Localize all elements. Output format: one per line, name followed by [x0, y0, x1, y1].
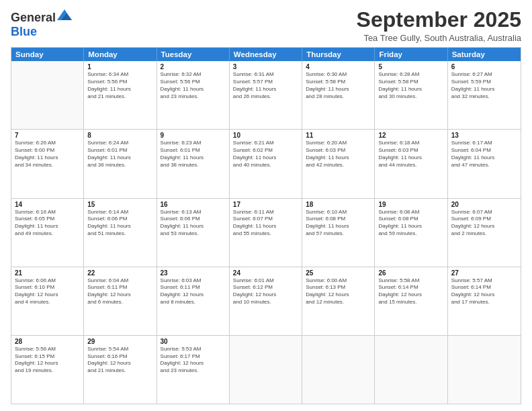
day-number: 28 [15, 338, 80, 345]
title-section: September 2025 Tea Tree Gully, South Aus… [357, 8, 521, 43]
calendar-body: 1Sunrise: 6:34 AMSunset: 5:56 PMDaylight… [11, 61, 521, 404]
empty-cell-4-5 [375, 336, 447, 404]
day-number: 14 [15, 201, 80, 208]
day-cell-4: 4Sunrise: 6:30 AMSunset: 5:58 PMDaylight… [302, 61, 375, 129]
day-cell-19: 19Sunrise: 6:08 AMSunset: 6:08 PMDayligh… [375, 199, 447, 267]
day-info: Sunrise: 6:18 AMSunset: 6:03 PMDaylight:… [378, 140, 443, 169]
day-info: Sunrise: 6:31 AMSunset: 5:57 PMDaylight:… [233, 71, 298, 100]
day-number: 19 [378, 201, 443, 208]
day-number: 25 [306, 269, 371, 277]
day-info: Sunrise: 5:53 AMSunset: 6:17 PMDaylight:… [161, 346, 226, 375]
day-cell-3: 3Sunrise: 6:31 AMSunset: 5:57 PMDaylight… [230, 61, 302, 129]
day-number: 6 [451, 63, 517, 71]
header: General Blue September 2025 Tea Tree Gul… [11, 8, 521, 43]
day-info: Sunrise: 6:01 AMSunset: 6:12 PMDaylight:… [233, 277, 298, 306]
day-number: 24 [233, 269, 298, 277]
day-info: Sunrise: 6:28 AMSunset: 5:58 PMDaylight:… [378, 71, 443, 100]
calendar: SundayMondayTuesdayWednesdayThursdayFrid… [11, 47, 521, 404]
day-number: 27 [451, 269, 517, 277]
day-number: 18 [306, 201, 371, 208]
day-info: Sunrise: 6:00 AMSunset: 6:13 PMDaylight:… [306, 277, 371, 306]
day-info: Sunrise: 6:30 AMSunset: 5:58 PMDaylight:… [306, 71, 371, 100]
day-cell-14: 14Sunrise: 6:16 AMSunset: 6:05 PMDayligh… [11, 199, 84, 267]
day-cell-21: 21Sunrise: 6:06 AMSunset: 6:10 PMDayligh… [11, 267, 84, 335]
day-cell-30: 30Sunrise: 5:53 AMSunset: 6:17 PMDayligh… [157, 336, 230, 404]
header-day-tuesday: Tuesday [157, 48, 230, 61]
day-cell-27: 27Sunrise: 5:57 AMSunset: 6:14 PMDayligh… [448, 267, 521, 335]
day-info: Sunrise: 5:58 AMSunset: 6:14 PMDaylight:… [378, 277, 443, 306]
day-cell-12: 12Sunrise: 6:18 AMSunset: 6:03 PMDayligh… [375, 130, 447, 197]
day-cell-15: 15Sunrise: 6:14 AMSunset: 6:06 PMDayligh… [84, 199, 157, 267]
day-cell-1: 1Sunrise: 6:34 AMSunset: 5:56 PMDaylight… [84, 61, 157, 129]
page: General Blue September 2025 Tea Tree Gul… [0, 0, 532, 411]
day-cell-18: 18Sunrise: 6:10 AMSunset: 6:08 PMDayligh… [302, 199, 375, 267]
day-number: 12 [378, 132, 443, 139]
day-info: Sunrise: 6:13 AMSunset: 6:06 PMDaylight:… [161, 209, 226, 238]
day-number: 29 [87, 338, 152, 345]
day-info: Sunrise: 6:32 AMSunset: 5:56 PMDaylight:… [161, 71, 226, 100]
header-day-thursday: Thursday [302, 48, 375, 61]
day-cell-2: 2Sunrise: 6:32 AMSunset: 5:56 PMDaylight… [157, 61, 230, 129]
day-number: 10 [233, 132, 298, 139]
logo-text: General [11, 11, 72, 25]
day-number: 15 [87, 201, 152, 208]
day-number: 7 [15, 132, 80, 139]
empty-cell-4-3 [230, 336, 302, 404]
day-cell-22: 22Sunrise: 6:04 AMSunset: 6:11 PMDayligh… [84, 267, 157, 335]
day-cell-28: 28Sunrise: 5:56 AMSunset: 6:15 PMDayligh… [11, 336, 84, 404]
day-number: 17 [233, 201, 298, 208]
day-info: Sunrise: 6:26 AMSunset: 6:00 PMDaylight:… [15, 140, 80, 169]
day-info: Sunrise: 5:54 AMSunset: 6:16 PMDaylight:… [87, 346, 152, 375]
day-cell-20: 20Sunrise: 6:07 AMSunset: 6:09 PMDayligh… [448, 199, 521, 267]
day-info: Sunrise: 6:10 AMSunset: 6:08 PMDaylight:… [306, 209, 371, 238]
day-info: Sunrise: 6:27 AMSunset: 5:59 PMDaylight:… [451, 71, 517, 100]
day-info: Sunrise: 6:16 AMSunset: 6:05 PMDaylight:… [15, 209, 80, 238]
logo: General Blue [11, 11, 72, 39]
day-cell-26: 26Sunrise: 5:58 AMSunset: 6:14 PMDayligh… [375, 267, 447, 335]
day-number: 1 [87, 63, 152, 71]
day-cell-29: 29Sunrise: 5:54 AMSunset: 6:16 PMDayligh… [84, 336, 157, 404]
day-number: 3 [233, 63, 298, 71]
logo-general-text: General [11, 11, 56, 25]
day-number: 23 [161, 269, 226, 277]
week-row-3: 14Sunrise: 6:16 AMSunset: 6:05 PMDayligh… [11, 199, 521, 267]
day-cell-7: 7Sunrise: 6:26 AMSunset: 6:00 PMDaylight… [11, 130, 84, 197]
header-day-wednesday: Wednesday [230, 48, 302, 61]
day-number: 5 [378, 63, 443, 71]
week-row-1: 1Sunrise: 6:34 AMSunset: 5:56 PMDaylight… [11, 61, 521, 130]
empty-cell-0-0 [11, 61, 84, 129]
header-day-friday: Friday [375, 48, 447, 61]
day-cell-10: 10Sunrise: 6:21 AMSunset: 6:02 PMDayligh… [230, 130, 302, 197]
day-number: 22 [87, 269, 152, 277]
week-row-4: 21Sunrise: 6:06 AMSunset: 6:10 PMDayligh… [11, 267, 521, 336]
day-cell-5: 5Sunrise: 6:28 AMSunset: 5:58 PMDaylight… [375, 61, 447, 129]
day-cell-8: 8Sunrise: 6:24 AMSunset: 6:01 PMDaylight… [84, 130, 157, 197]
day-number: 2 [161, 63, 226, 71]
day-cell-9: 9Sunrise: 6:23 AMSunset: 6:01 PMDaylight… [157, 130, 230, 197]
day-info: Sunrise: 6:11 AMSunset: 6:07 PMDaylight:… [233, 209, 298, 238]
day-cell-16: 16Sunrise: 6:13 AMSunset: 6:06 PMDayligh… [157, 199, 230, 267]
day-info: Sunrise: 6:21 AMSunset: 6:02 PMDaylight:… [233, 140, 298, 169]
day-cell-24: 24Sunrise: 6:01 AMSunset: 6:12 PMDayligh… [230, 267, 302, 335]
day-number: 20 [451, 201, 517, 208]
day-number: 11 [306, 132, 371, 139]
day-number: 16 [161, 201, 226, 208]
logo-blue-text: Blue [11, 25, 37, 39]
day-number: 30 [161, 338, 226, 345]
header-day-saturday: Saturday [448, 48, 521, 61]
week-row-2: 7Sunrise: 6:26 AMSunset: 6:00 PMDaylight… [11, 130, 521, 198]
day-info: Sunrise: 6:20 AMSunset: 6:03 PMDaylight:… [306, 140, 371, 169]
header-day-sunday: Sunday [11, 48, 84, 61]
header-day-monday: Monday [84, 48, 157, 61]
day-number: 26 [378, 269, 443, 277]
day-cell-13: 13Sunrise: 6:17 AMSunset: 6:04 PMDayligh… [448, 130, 521, 197]
day-number: 9 [161, 132, 226, 139]
day-info: Sunrise: 6:17 AMSunset: 6:04 PMDaylight:… [451, 140, 517, 169]
calendar-header: SundayMondayTuesdayWednesdayThursdayFrid… [11, 48, 521, 61]
empty-cell-4-4 [302, 336, 375, 404]
day-number: 13 [451, 132, 517, 139]
day-info: Sunrise: 6:23 AMSunset: 6:01 PMDaylight:… [161, 140, 226, 169]
day-info: Sunrise: 6:08 AMSunset: 6:08 PMDaylight:… [378, 209, 443, 238]
week-row-5: 28Sunrise: 5:56 AMSunset: 6:15 PMDayligh… [11, 336, 521, 404]
day-cell-23: 23Sunrise: 6:03 AMSunset: 6:11 PMDayligh… [157, 267, 230, 335]
